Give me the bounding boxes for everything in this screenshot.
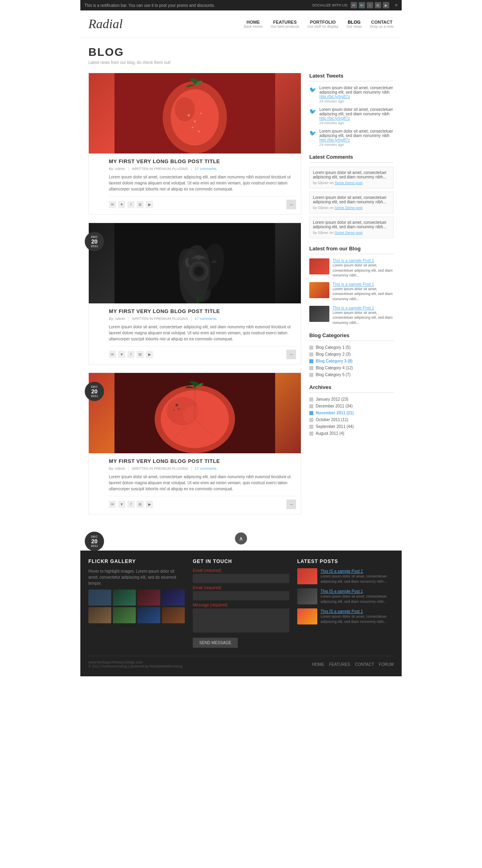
nav-contact[interactable]: CONTACT Drop us a note <box>370 20 394 29</box>
tweet-2-content: Lorem ipsum dolor sit amet, consectetuer… <box>319 107 394 125</box>
svg-point-15 <box>194 266 204 276</box>
post-3-bookmark-btn[interactable]: ⊞ <box>137 501 144 508</box>
blog-post-title-1[interactable]: This is a sample Post 1 <box>333 258 374 263</box>
nav-blog[interactable]: BLOG Our news <box>346 20 362 29</box>
post-3-rss-btn[interactable]: ▶ <box>146 501 153 508</box>
category-4[interactable]: Blog Category 4 (12) <box>309 366 394 370</box>
post-2-email-btn[interactable]: ✉ <box>109 351 116 358</box>
email-input-1[interactable] <box>193 574 289 583</box>
post-1-date-badge: Dec 20 2011 <box>85 232 104 251</box>
logo[interactable]: Radial <box>88 16 123 31</box>
post-1-title[interactable]: MY FIRST VERY LONG BLOG POST TITLE <box>109 158 296 164</box>
twitter-icon[interactable]: 🐦 <box>359 2 365 8</box>
post-1-read-more-btn[interactable]: → <box>286 200 296 209</box>
facebook-icon[interactable]: f <box>367 2 373 8</box>
archive-3[interactable]: November 2011 (21) <box>309 411 394 415</box>
archive-2[interactable]: December 2011 (34) <box>309 404 394 408</box>
footer-bottom-nav: HOME FEATURES CONTACT FORUM <box>312 662 394 667</box>
nav-home[interactable]: HOME Back Home <box>244 20 263 29</box>
blog-post-text-1: Lorem ipsum dolor sit amet, consectetuer… <box>333 263 394 278</box>
tweet-1-link[interactable]: http://bit.ly/trg87z <box>319 94 394 99</box>
post-3-email-btn[interactable]: ✉ <box>109 501 116 508</box>
email-input-2[interactable] <box>193 591 289 600</box>
category-2-label: Blog Category 2 (3) <box>316 352 351 356</box>
archive-6[interactable]: August 2011 (4) <box>309 431 394 436</box>
blog-post-title-2[interactable]: This is a sample Post 1 <box>333 282 374 287</box>
message-textarea[interactable] <box>193 608 289 633</box>
rss-icon[interactable]: ⊞ <box>375 2 381 8</box>
post-2-title[interactable]: MY FIRST VERY LONG BLOG POST TITLE <box>109 308 296 314</box>
archive-1[interactable]: January 2012 (23) <box>309 397 394 401</box>
post-1-bookmark-btn[interactable]: ⊞ <box>137 201 144 208</box>
footer-nav-home[interactable]: HOME <box>312 662 324 667</box>
post-1-share-btn[interactable]: ▼ <box>118 201 125 208</box>
gallery-thumb-8[interactable] <box>162 607 185 623</box>
post-2-share-btn[interactable]: ▼ <box>118 351 125 358</box>
post-1-facebook-btn[interactable]: f <box>127 201 135 208</box>
scroll-top-button[interactable]: ∧ <box>235 532 247 545</box>
close-notification-button[interactable]: × <box>395 2 398 8</box>
post-3-title[interactable]: MY FIRST VERY LONG BLOG POST TITLE <box>109 458 296 464</box>
gallery-thumb-1[interactable] <box>88 590 111 606</box>
archive-5[interactable]: September 2011 (44) <box>309 424 394 429</box>
gallery-thumb-3[interactable] <box>137 590 160 606</box>
footer-nav-features[interactable]: FEATURES <box>329 662 350 667</box>
comment-3-link[interactable]: Some Demo post <box>335 231 363 235</box>
post-2-comments[interactable]: 17 comments <box>195 317 220 321</box>
gallery-thumb-2[interactable] <box>113 590 136 606</box>
footer: FLICKR GALLERY Hover to highlight images… <box>80 551 402 676</box>
category-5[interactable]: Blog Category 5 (7) <box>309 373 394 377</box>
twitter-icon-1: 🐦 <box>309 86 316 103</box>
post-3-share-btn[interactable]: ▼ <box>118 501 125 508</box>
archive-2-icon <box>309 404 313 408</box>
category-3[interactable]: Blog Category 3 (8) <box>309 359 394 363</box>
post-2-category: WRITTEN IN PREMIUM PLUGINS <box>132 317 192 321</box>
footer-post-title-2[interactable]: This IS a sample Post 1 <box>321 589 363 594</box>
post-2-facebook-btn[interactable]: f <box>127 351 135 358</box>
post-1-email-btn[interactable]: ✉ <box>109 201 116 208</box>
footer-nav-forum[interactable]: FORUM <box>379 662 394 667</box>
tweet-3-link[interactable]: http://bit.ly/trg87z <box>319 138 394 142</box>
gallery-thumb-5[interactable] <box>88 607 111 623</box>
footer-nav-contact[interactable]: CONTACT <box>355 662 374 667</box>
nav-portfolio[interactable]: PORTFOLIO Our stuff on display <box>307 20 338 29</box>
footer-post-title-3[interactable]: This IS a sample Post 1 <box>321 609 363 614</box>
send-message-button[interactable]: Send Message <box>193 638 238 648</box>
comment-2-author: Gljivec <box>318 206 329 210</box>
nav-features[interactable]: FEATURES Our best products <box>271 20 300 29</box>
nav-features-sub: Our best products <box>271 25 300 29</box>
latest-tweets-section: Latest Tweets 🐦 Lorem ipsum dolor sit am… <box>309 73 394 147</box>
category-2-icon <box>309 352 313 356</box>
archive-4[interactable]: October 2011 (11) <box>309 418 394 422</box>
post-3-comments[interactable]: 17 comments <box>195 467 220 471</box>
post-2-read-more-btn[interactable]: → <box>286 350 296 359</box>
email-icon[interactable]: ✉ <box>351 2 357 8</box>
flickr-gallery <box>88 590 185 623</box>
svg-point-7 <box>192 127 194 128</box>
footer-post-title-1[interactable]: This IS a sample Post 1 <box>321 569 363 573</box>
gallery-thumb-4[interactable] <box>162 590 185 606</box>
archive-4-label: October 2011 (11) <box>316 418 348 422</box>
comment-2-link[interactable]: Some Demo post <box>335 206 363 210</box>
post-2-bookmark-btn[interactable]: ⊞ <box>137 351 144 358</box>
post-3-facebook-btn[interactable]: f <box>127 501 135 508</box>
blog-post-title-3[interactable]: This is a sample Post 1 <box>333 306 374 310</box>
post-1-author: By: Admin <box>109 167 129 171</box>
gallery-thumb-6[interactable] <box>113 607 136 623</box>
post-3-read-more-btn[interactable]: → <box>286 500 296 509</box>
tweet-2-link[interactable]: http://bit.ly/trg87z <box>319 116 394 121</box>
gallery-thumb-7[interactable] <box>137 607 160 623</box>
post-2-author: By: Admin <box>109 317 129 321</box>
footer-copyright: © 2012 PremiumCoding | powered by Reliab… <box>88 664 182 668</box>
flickr-text: Hover to highlight images. Lorem ipsum d… <box>88 568 185 586</box>
post-1-text: Lorem ipsum dolor sit amet, consectetuer… <box>109 174 296 192</box>
youtube-icon[interactable]: ▶ <box>383 2 389 8</box>
category-1[interactable]: Blog Category 1 (5) <box>309 345 394 350</box>
post-2-rss-btn[interactable]: ▶ <box>146 351 153 358</box>
post-1-rss-btn[interactable]: ▶ <box>146 201 153 208</box>
comment-1-link[interactable]: Some Demo post <box>335 181 363 185</box>
post-1-comments[interactable]: 17 comments <box>195 167 220 171</box>
category-3-icon <box>309 359 313 363</box>
twitter-icon-2: 🐦 <box>309 108 316 125</box>
category-2[interactable]: Blog Category 2 (3) <box>309 352 394 356</box>
